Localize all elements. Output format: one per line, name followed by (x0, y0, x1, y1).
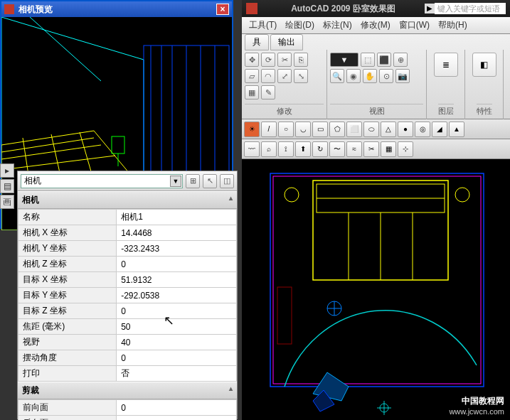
menu-dimension[interactable]: 标注(N) (319, 18, 356, 33)
tool-measure[interactable]: ⟟ (278, 141, 294, 157)
ribbon-tab-tools[interactable]: 具 (245, 34, 269, 50)
tool-poly[interactable]: ⬠ (329, 122, 345, 137)
solid-icon[interactable]: ⬛ (377, 53, 391, 67)
properties-palette[interactable]: 相机 ▼ ⊞ ↖ ◫ 相机 ▴ 名称相机1 相机 X 坐标14.4468 相机 … (17, 171, 238, 419)
side-pic-icon[interactable]: 画 (0, 195, 14, 209)
section-clip[interactable]: 剪裁 ▴ (18, 382, 237, 399)
prop-value[interactable]: 相机1 (117, 210, 237, 225)
toolbar-row-1: ☀ / ○ ◡ ▭ ⬠ ⬜ ⬭ △ ● ◎ ◢ ▲ (242, 119, 510, 139)
camera-icon[interactable]: 📷 (395, 69, 410, 83)
prop-value[interactable]: 40 (117, 335, 237, 350)
orbit-icon[interactable]: ◉ (346, 69, 361, 83)
prop-value[interactable]: 0 (117, 257, 237, 272)
table-row: 视野40 (18, 335, 237, 350)
chevron-down-icon[interactable]: ▼ (170, 176, 181, 187)
mirror-icon[interactable]: ▱ (245, 69, 259, 83)
array-icon[interactable]: ▦ (245, 85, 259, 99)
app-title: AutoCAD 2009 卧室效果图 (263, 3, 423, 15)
quickselect-icon[interactable]: ⊞ (186, 174, 200, 188)
table-row: 目标 X 坐标51.9132 (18, 272, 237, 288)
prop-value[interactable]: -292.0538 (117, 288, 237, 303)
panel-properties: ◧ 特性 (465, 50, 504, 119)
tool-light[interactable]: ☀ (244, 122, 260, 137)
side-toolbar: ▸ ▤ 画 (0, 163, 17, 209)
tool-loft[interactable]: ≈ (346, 141, 362, 157)
layer-properties-icon[interactable]: ≣ (434, 53, 458, 77)
fillet-icon[interactable]: ◠ (261, 69, 275, 83)
search-arrow-icon[interactable]: ▶ (425, 4, 435, 14)
zoom-extents-icon[interactable]: ⊕ (393, 53, 408, 67)
tool-torus[interactable]: ◎ (415, 122, 430, 137)
tool-cyl[interactable]: ⬭ (363, 122, 379, 137)
tool-cone[interactable]: △ (381, 122, 396, 137)
menu-window[interactable]: 窗口(W) (395, 18, 434, 33)
menu-tools[interactable]: 工具(T) (245, 18, 281, 33)
ribbon-tabs: 具 输出 (242, 34, 510, 50)
tool-slice[interactable]: ✂ (363, 141, 379, 157)
table-row: 相机 Y 坐标-323.2433 (18, 241, 237, 257)
prop-value[interactable]: 51.9132 (117, 272, 237, 288)
erase-icon[interactable]: ✎ (261, 85, 275, 99)
tool-wedge[interactable]: ◢ (432, 122, 447, 137)
tool-line[interactable]: / (261, 122, 277, 137)
prop-value[interactable]: 0 (117, 416, 237, 421)
prop-value[interactable]: 14.4468 (117, 225, 237, 241)
prop-value[interactable]: 50 (117, 319, 237, 335)
selectobj-icon[interactable]: ↖ (203, 174, 217, 188)
ribbon: 具 输出 ✥ ⟳ ✂ ⎘ ▱ ◠ ⤢ ⤡ ▦ ✎ 修改 ▼ ⬚ ⬛ ⊕ (242, 34, 510, 119)
prop-value[interactable]: 0 (117, 303, 237, 319)
panel-layer: ≣ 图层 (427, 50, 465, 119)
stretch-icon[interactable]: ⤢ (277, 69, 292, 83)
section-camera[interactable]: 相机 ▴ (18, 191, 237, 209)
side-arrow-icon[interactable]: ▸ (0, 163, 14, 178)
rotate-icon[interactable]: ⟳ (261, 53, 275, 67)
wheel-icon[interactable]: ⊙ (379, 69, 393, 83)
tool-circle[interactable]: ○ (278, 122, 294, 137)
copy-icon[interactable]: ⎘ (294, 53, 308, 67)
tool-pyramid[interactable]: ▲ (449, 122, 464, 137)
pan-icon[interactable]: ✋ (363, 69, 377, 83)
tool-analyze[interactable]: ⌕ (261, 141, 277, 157)
tool-extrude[interactable]: ⬆ (295, 141, 311, 157)
side-sheet-icon[interactable]: ▤ (0, 179, 14, 193)
menu-modify[interactable]: 修改(M) (356, 18, 395, 33)
properties-icon[interactable]: ◧ (472, 53, 496, 77)
drawing-viewport[interactable] (242, 159, 510, 420)
tool-box[interactable]: ⬜ (346, 122, 362, 137)
panel-properties-label: 特性 (477, 104, 492, 117)
box-icon[interactable]: ⬚ (361, 53, 375, 67)
menu-draw[interactable]: 绘图(D) (281, 18, 319, 33)
camera-properties-table: 名称相机1 相机 X 坐标14.4468 相机 Y 坐标-323.2433 相机… (18, 209, 237, 382)
tool-ucs[interactable]: ⊹ (398, 141, 413, 157)
table-row: 摆动角度0 (18, 350, 237, 366)
object-type-combo[interactable]: 相机 ▼ (21, 174, 183, 188)
move-icon[interactable]: ✥ (245, 53, 259, 67)
menu-help[interactable]: 帮助(H) (434, 18, 472, 33)
scale-icon[interactable]: ⤡ (294, 69, 308, 83)
close-button[interactable]: × (216, 4, 229, 15)
prop-value[interactable]: 否 (117, 366, 237, 382)
tool-sweep[interactable]: 〜 (329, 141, 345, 157)
zoom-window-icon[interactable]: 🔍 (330, 69, 344, 83)
prop-value[interactable]: -323.2433 (117, 241, 237, 257)
tool-pulse[interactable]: 〰 (244, 141, 260, 157)
svg-rect-10 (277, 287, 292, 344)
prop-value[interactable]: 0 (117, 400, 237, 416)
tool-section[interactable]: ▦ (381, 141, 396, 157)
tool-revolve[interactable]: ↻ (312, 141, 328, 157)
ribbon-tab-output[interactable]: 输出 (270, 34, 303, 50)
tool-arc[interactable]: ◡ (295, 122, 311, 137)
trim-icon[interactable]: ✂ (277, 53, 292, 67)
titlebar: AutoCAD 2009 卧室效果图 ▶ 键入关键字或短语 (242, 0, 510, 17)
visual-style-dropdown[interactable]: ▼ (330, 53, 358, 67)
menu-bar: 工具(T) 绘图(D) 标注(N) 修改(M) 窗口(W) 帮助(H) (242, 17, 510, 34)
prop-value[interactable]: 0 (117, 350, 237, 366)
panel-modify-label: 修改 (245, 104, 324, 117)
search-input[interactable]: 键入关键字或短语 (435, 3, 506, 14)
preview-titlebar[interactable]: 相机预览 × (1, 1, 232, 17)
table-row: 目标 Y 坐标-292.0538 (18, 288, 237, 303)
table-row: 相机 X 坐标14.4468 (18, 225, 237, 241)
pickobj-icon[interactable]: ◫ (220, 174, 234, 188)
tool-sphere[interactable]: ● (398, 122, 413, 137)
tool-rect[interactable]: ▭ (312, 122, 328, 137)
